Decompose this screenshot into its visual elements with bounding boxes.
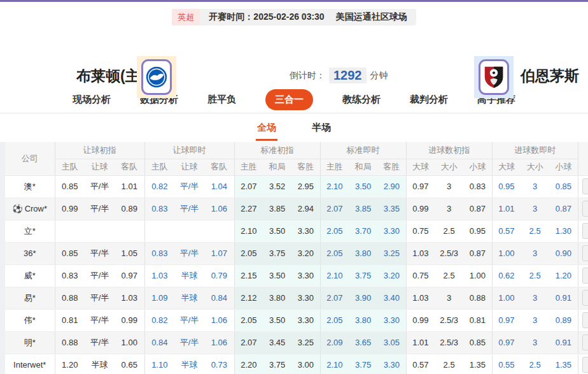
- standard-live-draw: 3.85: [349, 198, 377, 220]
- company-cell[interactable]: ⚽Crow*: [5, 198, 55, 220]
- standard-initial-home: 2.07: [234, 175, 263, 198]
- handicap-live-home: 1.09: [144, 287, 174, 309]
- handicap-live-away: 1.06: [204, 198, 234, 220]
- subheader: 主队: [144, 159, 174, 175]
- goals-initial-under: 0.83: [463, 175, 492, 198]
- subtab-half-match[interactable]: 半场: [312, 122, 331, 134]
- standard-initial-away: 3.30: [291, 264, 320, 287]
- standard-initial-draw: 3.50: [263, 309, 291, 331]
- home-team-logo: [137, 56, 176, 98]
- tab-three-in-one[interactable]: 三合一: [265, 89, 313, 110]
- detail-cell: 详情: [578, 309, 588, 331]
- goals-initial-under: 1.00: [463, 264, 492, 287]
- handicap-initial-line: [85, 220, 115, 242]
- tab-coach-analysis[interactable]: 教练分析: [342, 94, 381, 106]
- brighton-crest-icon: [144, 65, 169, 89]
- goals-initial-under: 0.95: [463, 220, 492, 242]
- detail-button[interactable]: 详情: [582, 290, 588, 306]
- subtab-full-match[interactable]: 全场: [257, 122, 276, 134]
- standard-live-draw: 3.90: [349, 287, 377, 309]
- company-cell[interactable]: ⚽36*: [5, 242, 55, 264]
- table-row: ⚽澳* 0.85 平/半 1.01 0.82 平/半 1.04 2.07 3.5…: [5, 175, 588, 198]
- goals-live-under: 0.91: [549, 287, 578, 309]
- goals-live-over: 1.00: [492, 287, 521, 309]
- header-detail: [578, 142, 588, 175]
- detail-cell: 详情: [578, 264, 588, 287]
- company-cell[interactable]: ⚽立*: [5, 220, 55, 242]
- header-goals-live: 进球数即时: [492, 142, 578, 159]
- handicap-initial-line: 平/半: [85, 242, 115, 264]
- standard-live-home: 2.05: [320, 220, 349, 242]
- standard-initial-away: 3.25: [291, 331, 320, 354]
- standard-live-home: 2.07: [320, 287, 349, 309]
- goals-live-over: 0.62: [492, 264, 521, 287]
- detail-button[interactable]: 详情: [582, 357, 588, 373]
- goals-live-under: 0.89: [549, 309, 578, 331]
- handicap-live-line: [174, 220, 204, 242]
- soccer-ball-icon: ⚽: [12, 204, 22, 213]
- goals-initial-over: 0.99: [406, 198, 435, 220]
- standard-initial-draw: 3.75: [263, 242, 291, 264]
- handicap-live-home: 1.03: [144, 264, 174, 287]
- standard-initial-home: 2.05: [234, 242, 263, 264]
- detail-button[interactable]: 详情: [582, 334, 588, 350]
- standard-initial-home: 2.07: [234, 331, 263, 354]
- detail-button[interactable]: 详情: [582, 223, 588, 239]
- goals-live-under: 1.20: [549, 264, 578, 287]
- goals-initial-over: 1.03: [406, 287, 435, 309]
- standard-live-home: 2.10: [320, 175, 349, 198]
- standard-initial-away: 3.30: [291, 309, 320, 331]
- goals-initial-over: 1.03: [406, 242, 435, 264]
- goals-live-line: 3: [521, 175, 549, 198]
- company-cell[interactable]: ⚽明*: [5, 331, 55, 354]
- company-name: Interwet*: [13, 360, 46, 370]
- table-row: ⚽Crow* 0.99 平/半 0.89 0.83 平/半 1.06 2.27 …: [5, 198, 588, 220]
- detail-button[interactable]: 详情: [582, 201, 588, 217]
- league-badge[interactable]: 英超: [172, 9, 200, 25]
- header-goals-initial: 进球数初指: [406, 142, 492, 159]
- standard-live-home: 2.09: [320, 331, 349, 354]
- goals-initial-under: 1.35: [463, 354, 492, 374]
- handicap-initial-away: 0.97: [115, 264, 144, 287]
- company-cell[interactable]: ⚽伟*: [5, 309, 55, 331]
- company-cell[interactable]: ⚽威*: [5, 264, 55, 287]
- standard-live-away: 3.30: [377, 309, 406, 331]
- handicap-live-line: 平/半: [174, 175, 204, 198]
- company-name: 36*: [24, 248, 36, 258]
- handicap-initial-home: 0.85: [55, 175, 85, 198]
- detail-button[interactable]: 详情: [582, 178, 588, 194]
- handicap-live-home: 0.83: [144, 242, 174, 264]
- detail-cell: 详情: [578, 287, 588, 309]
- handicap-initial-home: 0.88: [55, 287, 85, 309]
- table-header: 公司 让球初指 让球即时 标准初指 标准即时 进球数初指 进球数即时 主队 让球…: [5, 142, 588, 175]
- goals-live-under: 1.30: [549, 220, 578, 242]
- tab-live-analysis[interactable]: 现场分析: [73, 94, 111, 106]
- handicap-initial-line: 平/半: [85, 198, 115, 220]
- detail-button[interactable]: 详情: [582, 268, 588, 284]
- detail-button[interactable]: 详情: [582, 312, 588, 328]
- goals-initial-over: 0.97: [406, 175, 435, 198]
- company-cell[interactable]: ⚽澳*: [5, 175, 55, 198]
- handicap-initial-home: [55, 220, 85, 242]
- standard-live-home: 2.05: [320, 309, 349, 331]
- countdown-unit: 分钟: [370, 70, 388, 82]
- standard-initial-away: 3.30: [291, 220, 320, 242]
- goals-live-over: 0.97: [492, 331, 521, 354]
- company-cell[interactable]: ⚽易*: [5, 287, 55, 309]
- handicap-initial-away: 0.89: [115, 198, 144, 220]
- goals-live-line: 2.5: [521, 220, 549, 242]
- standard-live-away: 3.30: [377, 354, 406, 374]
- standard-initial-draw: 3.85: [263, 198, 291, 220]
- table-row: ⚽立* 2.10 3.50 3.30 2.05 3.70 3.30 0.75 2…: [5, 220, 588, 242]
- goals-initial-line: 2.5/3: [435, 331, 463, 354]
- goals-initial-over: 0.75: [406, 264, 435, 287]
- handicap-initial-line: 半球: [85, 354, 115, 374]
- company-cell[interactable]: ⚽Interwet*: [5, 354, 55, 374]
- tab-win-draw-loss[interactable]: 胜平负: [207, 94, 236, 106]
- handicap-live-away: 1.06: [204, 309, 234, 331]
- detail-cell: 详情: [578, 354, 588, 374]
- goals-initial-line: 3: [435, 175, 463, 198]
- tab-referee-analysis[interactable]: 裁判分析: [410, 94, 448, 106]
- standard-live-draw: 3.80: [349, 309, 377, 331]
- detail-button[interactable]: 详情: [582, 245, 588, 261]
